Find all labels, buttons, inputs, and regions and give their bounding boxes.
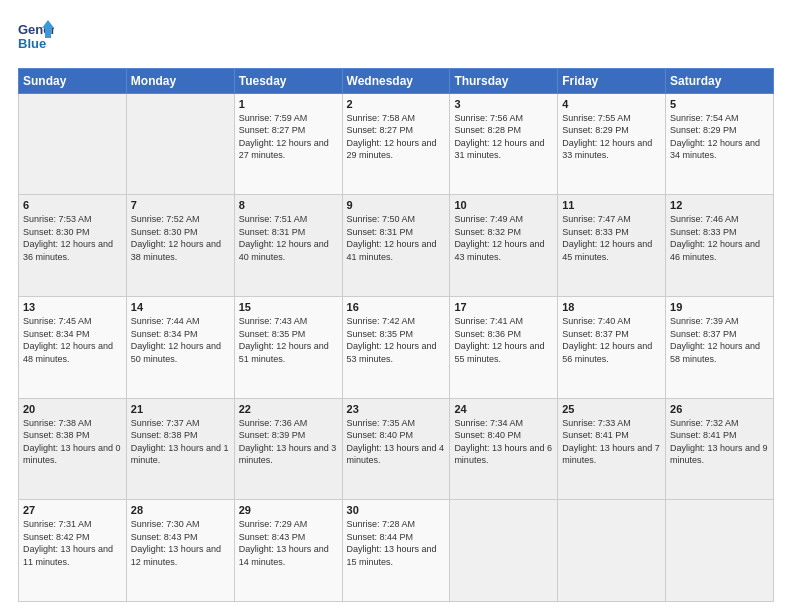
svg-text:Blue: Blue <box>18 36 46 51</box>
day-number: 26 <box>670 403 769 415</box>
day-number: 18 <box>562 301 661 313</box>
day-number: 29 <box>239 504 338 516</box>
day-number: 30 <box>347 504 446 516</box>
day-number: 4 <box>562 98 661 110</box>
day-info: Sunrise: 7:52 AMSunset: 8:30 PMDaylight:… <box>131 213 230 263</box>
day-info: Sunrise: 7:56 AMSunset: 8:28 PMDaylight:… <box>454 112 553 162</box>
header-row: SundayMondayTuesdayWednesdayThursdayFrid… <box>19 68 774 93</box>
calendar-week-row: 6Sunrise: 7:53 AMSunset: 8:30 PMDaylight… <box>19 195 774 297</box>
weekday-header: Monday <box>126 68 234 93</box>
calendar-cell: 4Sunrise: 7:55 AMSunset: 8:29 PMDaylight… <box>558 93 666 195</box>
calendar-cell: 7Sunrise: 7:52 AMSunset: 8:30 PMDaylight… <box>126 195 234 297</box>
calendar-cell: 3Sunrise: 7:56 AMSunset: 8:28 PMDaylight… <box>450 93 558 195</box>
calendar-cell <box>558 500 666 602</box>
calendar-cell: 30Sunrise: 7:28 AMSunset: 8:44 PMDayligh… <box>342 500 450 602</box>
day-info: Sunrise: 7:51 AMSunset: 8:31 PMDaylight:… <box>239 213 338 263</box>
day-info: Sunrise: 7:33 AMSunset: 8:41 PMDaylight:… <box>562 417 661 467</box>
day-info: Sunrise: 7:30 AMSunset: 8:43 PMDaylight:… <box>131 518 230 568</box>
calendar-cell: 24Sunrise: 7:34 AMSunset: 8:40 PMDayligh… <box>450 398 558 500</box>
day-number: 22 <box>239 403 338 415</box>
calendar-cell: 9Sunrise: 7:50 AMSunset: 8:31 PMDaylight… <box>342 195 450 297</box>
weekday-header: Saturday <box>666 68 774 93</box>
day-info: Sunrise: 7:28 AMSunset: 8:44 PMDaylight:… <box>347 518 446 568</box>
calendar-cell: 14Sunrise: 7:44 AMSunset: 8:34 PMDayligh… <box>126 296 234 398</box>
weekday-header: Tuesday <box>234 68 342 93</box>
day-info: Sunrise: 7:58 AMSunset: 8:27 PMDaylight:… <box>347 112 446 162</box>
day-info: Sunrise: 7:31 AMSunset: 8:42 PMDaylight:… <box>23 518 122 568</box>
logo-svg: General Blue <box>18 18 54 54</box>
calendar-cell <box>19 93 127 195</box>
day-info: Sunrise: 7:39 AMSunset: 8:37 PMDaylight:… <box>670 315 769 365</box>
calendar-cell <box>126 93 234 195</box>
day-number: 25 <box>562 403 661 415</box>
day-info: Sunrise: 7:50 AMSunset: 8:31 PMDaylight:… <box>347 213 446 263</box>
day-info: Sunrise: 7:49 AMSunset: 8:32 PMDaylight:… <box>454 213 553 263</box>
day-info: Sunrise: 7:46 AMSunset: 8:33 PMDaylight:… <box>670 213 769 263</box>
day-number: 2 <box>347 98 446 110</box>
weekday-header: Friday <box>558 68 666 93</box>
day-info: Sunrise: 7:43 AMSunset: 8:35 PMDaylight:… <box>239 315 338 365</box>
day-number: 23 <box>347 403 446 415</box>
day-number: 11 <box>562 199 661 211</box>
calendar-cell: 26Sunrise: 7:32 AMSunset: 8:41 PMDayligh… <box>666 398 774 500</box>
calendar-cell: 11Sunrise: 7:47 AMSunset: 8:33 PMDayligh… <box>558 195 666 297</box>
day-info: Sunrise: 7:45 AMSunset: 8:34 PMDaylight:… <box>23 315 122 365</box>
day-info: Sunrise: 7:32 AMSunset: 8:41 PMDaylight:… <box>670 417 769 467</box>
day-info: Sunrise: 7:55 AMSunset: 8:29 PMDaylight:… <box>562 112 661 162</box>
day-info: Sunrise: 7:34 AMSunset: 8:40 PMDaylight:… <box>454 417 553 467</box>
day-info: Sunrise: 7:42 AMSunset: 8:35 PMDaylight:… <box>347 315 446 365</box>
calendar-cell: 18Sunrise: 7:40 AMSunset: 8:37 PMDayligh… <box>558 296 666 398</box>
day-number: 19 <box>670 301 769 313</box>
day-number: 20 <box>23 403 122 415</box>
calendar-cell: 23Sunrise: 7:35 AMSunset: 8:40 PMDayligh… <box>342 398 450 500</box>
calendar-cell: 20Sunrise: 7:38 AMSunset: 8:38 PMDayligh… <box>19 398 127 500</box>
day-number: 28 <box>131 504 230 516</box>
day-info: Sunrise: 7:41 AMSunset: 8:36 PMDaylight:… <box>454 315 553 365</box>
day-number: 12 <box>670 199 769 211</box>
page: General Blue SundayMondayTuesdayWednesda… <box>0 0 792 612</box>
calendar-cell: 13Sunrise: 7:45 AMSunset: 8:34 PMDayligh… <box>19 296 127 398</box>
calendar-cell: 10Sunrise: 7:49 AMSunset: 8:32 PMDayligh… <box>450 195 558 297</box>
logo: General Blue <box>18 18 54 58</box>
calendar-cell: 19Sunrise: 7:39 AMSunset: 8:37 PMDayligh… <box>666 296 774 398</box>
day-number: 24 <box>454 403 553 415</box>
weekday-header: Wednesday <box>342 68 450 93</box>
day-info: Sunrise: 7:59 AMSunset: 8:27 PMDaylight:… <box>239 112 338 162</box>
calendar-cell: 1Sunrise: 7:59 AMSunset: 8:27 PMDaylight… <box>234 93 342 195</box>
day-info: Sunrise: 7:40 AMSunset: 8:37 PMDaylight:… <box>562 315 661 365</box>
calendar-cell: 15Sunrise: 7:43 AMSunset: 8:35 PMDayligh… <box>234 296 342 398</box>
calendar-week-row: 1Sunrise: 7:59 AMSunset: 8:27 PMDaylight… <box>19 93 774 195</box>
weekday-header: Thursday <box>450 68 558 93</box>
calendar-cell: 16Sunrise: 7:42 AMSunset: 8:35 PMDayligh… <box>342 296 450 398</box>
day-info: Sunrise: 7:44 AMSunset: 8:34 PMDaylight:… <box>131 315 230 365</box>
day-info: Sunrise: 7:37 AMSunset: 8:38 PMDaylight:… <box>131 417 230 467</box>
calendar-table: SundayMondayTuesdayWednesdayThursdayFrid… <box>18 68 774 602</box>
day-number: 6 <box>23 199 122 211</box>
calendar-week-row: 20Sunrise: 7:38 AMSunset: 8:38 PMDayligh… <box>19 398 774 500</box>
logo-wordmark: General Blue <box>18 18 54 58</box>
day-info: Sunrise: 7:36 AMSunset: 8:39 PMDaylight:… <box>239 417 338 467</box>
day-number: 17 <box>454 301 553 313</box>
day-info: Sunrise: 7:54 AMSunset: 8:29 PMDaylight:… <box>670 112 769 162</box>
calendar-cell: 6Sunrise: 7:53 AMSunset: 8:30 PMDaylight… <box>19 195 127 297</box>
calendar-cell: 22Sunrise: 7:36 AMSunset: 8:39 PMDayligh… <box>234 398 342 500</box>
calendar-week-row: 13Sunrise: 7:45 AMSunset: 8:34 PMDayligh… <box>19 296 774 398</box>
calendar-cell: 5Sunrise: 7:54 AMSunset: 8:29 PMDaylight… <box>666 93 774 195</box>
day-number: 8 <box>239 199 338 211</box>
day-info: Sunrise: 7:53 AMSunset: 8:30 PMDaylight:… <box>23 213 122 263</box>
day-number: 21 <box>131 403 230 415</box>
header: General Blue <box>18 18 774 58</box>
calendar-cell: 21Sunrise: 7:37 AMSunset: 8:38 PMDayligh… <box>126 398 234 500</box>
calendar-cell: 29Sunrise: 7:29 AMSunset: 8:43 PMDayligh… <box>234 500 342 602</box>
weekday-header: Sunday <box>19 68 127 93</box>
calendar-cell: 8Sunrise: 7:51 AMSunset: 8:31 PMDaylight… <box>234 195 342 297</box>
calendar-cell: 2Sunrise: 7:58 AMSunset: 8:27 PMDaylight… <box>342 93 450 195</box>
day-number: 5 <box>670 98 769 110</box>
day-number: 27 <box>23 504 122 516</box>
day-info: Sunrise: 7:35 AMSunset: 8:40 PMDaylight:… <box>347 417 446 467</box>
day-number: 15 <box>239 301 338 313</box>
calendar-cell: 12Sunrise: 7:46 AMSunset: 8:33 PMDayligh… <box>666 195 774 297</box>
day-number: 1 <box>239 98 338 110</box>
day-info: Sunrise: 7:38 AMSunset: 8:38 PMDaylight:… <box>23 417 122 467</box>
calendar-week-row: 27Sunrise: 7:31 AMSunset: 8:42 PMDayligh… <box>19 500 774 602</box>
